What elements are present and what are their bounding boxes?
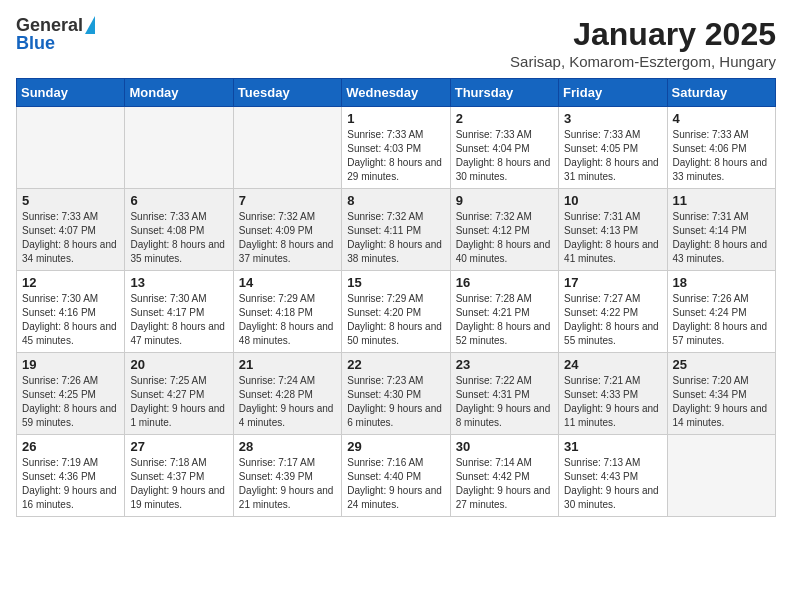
calendar-week-row: 26Sunrise: 7:19 AM Sunset: 4:36 PM Dayli… <box>17 435 776 517</box>
cell-details: Sunrise: 7:31 AM Sunset: 4:14 PM Dayligh… <box>673 210 770 266</box>
calendar-cell: 23Sunrise: 7:22 AM Sunset: 4:31 PM Dayli… <box>450 353 558 435</box>
calendar-cell: 16Sunrise: 7:28 AM Sunset: 4:21 PM Dayli… <box>450 271 558 353</box>
header-friday: Friday <box>559 79 667 107</box>
calendar-cell: 11Sunrise: 7:31 AM Sunset: 4:14 PM Dayli… <box>667 189 775 271</box>
header-monday: Monday <box>125 79 233 107</box>
day-number: 8 <box>347 193 444 208</box>
page-header: General Blue January 2025 Sarisap, Komar… <box>16 16 776 70</box>
day-number: 23 <box>456 357 553 372</box>
cell-details: Sunrise: 7:33 AM Sunset: 4:05 PM Dayligh… <box>564 128 661 184</box>
day-number: 7 <box>239 193 336 208</box>
cell-details: Sunrise: 7:14 AM Sunset: 4:42 PM Dayligh… <box>456 456 553 512</box>
cell-details: Sunrise: 7:26 AM Sunset: 4:25 PM Dayligh… <box>22 374 119 430</box>
calendar-table: SundayMondayTuesdayWednesdayThursdayFrid… <box>16 78 776 517</box>
cell-details: Sunrise: 7:33 AM Sunset: 4:07 PM Dayligh… <box>22 210 119 266</box>
calendar-cell: 14Sunrise: 7:29 AM Sunset: 4:18 PM Dayli… <box>233 271 341 353</box>
calendar-cell: 3Sunrise: 7:33 AM Sunset: 4:05 PM Daylig… <box>559 107 667 189</box>
calendar-cell: 1Sunrise: 7:33 AM Sunset: 4:03 PM Daylig… <box>342 107 450 189</box>
day-number: 28 <box>239 439 336 454</box>
day-number: 3 <box>564 111 661 126</box>
day-number: 19 <box>22 357 119 372</box>
calendar-cell: 20Sunrise: 7:25 AM Sunset: 4:27 PM Dayli… <box>125 353 233 435</box>
day-number: 20 <box>130 357 227 372</box>
calendar-cell: 13Sunrise: 7:30 AM Sunset: 4:17 PM Dayli… <box>125 271 233 353</box>
calendar-cell: 8Sunrise: 7:32 AM Sunset: 4:11 PM Daylig… <box>342 189 450 271</box>
cell-details: Sunrise: 7:33 AM Sunset: 4:04 PM Dayligh… <box>456 128 553 184</box>
logo-triangle-icon <box>85 16 95 34</box>
day-number: 31 <box>564 439 661 454</box>
calendar-cell: 12Sunrise: 7:30 AM Sunset: 4:16 PM Dayli… <box>17 271 125 353</box>
header-wednesday: Wednesday <box>342 79 450 107</box>
cell-details: Sunrise: 7:31 AM Sunset: 4:13 PM Dayligh… <box>564 210 661 266</box>
day-number: 11 <box>673 193 770 208</box>
day-number: 2 <box>456 111 553 126</box>
cell-details: Sunrise: 7:33 AM Sunset: 4:03 PM Dayligh… <box>347 128 444 184</box>
calendar-cell: 6Sunrise: 7:33 AM Sunset: 4:08 PM Daylig… <box>125 189 233 271</box>
calendar-cell: 29Sunrise: 7:16 AM Sunset: 4:40 PM Dayli… <box>342 435 450 517</box>
day-number: 17 <box>564 275 661 290</box>
day-number: 5 <box>22 193 119 208</box>
day-number: 1 <box>347 111 444 126</box>
day-number: 25 <box>673 357 770 372</box>
day-number: 21 <box>239 357 336 372</box>
header-sunday: Sunday <box>17 79 125 107</box>
calendar-week-row: 1Sunrise: 7:33 AM Sunset: 4:03 PM Daylig… <box>17 107 776 189</box>
day-number: 12 <box>22 275 119 290</box>
calendar-week-row: 12Sunrise: 7:30 AM Sunset: 4:16 PM Dayli… <box>17 271 776 353</box>
cell-details: Sunrise: 7:27 AM Sunset: 4:22 PM Dayligh… <box>564 292 661 348</box>
calendar-cell: 26Sunrise: 7:19 AM Sunset: 4:36 PM Dayli… <box>17 435 125 517</box>
cell-details: Sunrise: 7:33 AM Sunset: 4:08 PM Dayligh… <box>130 210 227 266</box>
location-subtitle: Sarisap, Komarom-Esztergom, Hungary <box>510 53 776 70</box>
day-number: 14 <box>239 275 336 290</box>
day-number: 9 <box>456 193 553 208</box>
header-tuesday: Tuesday <box>233 79 341 107</box>
logo: General Blue <box>16 16 95 52</box>
day-number: 29 <box>347 439 444 454</box>
cell-details: Sunrise: 7:21 AM Sunset: 4:33 PM Dayligh… <box>564 374 661 430</box>
day-number: 24 <box>564 357 661 372</box>
cell-details: Sunrise: 7:25 AM Sunset: 4:27 PM Dayligh… <box>130 374 227 430</box>
month-title: January 2025 <box>510 16 776 53</box>
header-thursday: Thursday <box>450 79 558 107</box>
day-number: 18 <box>673 275 770 290</box>
cell-details: Sunrise: 7:23 AM Sunset: 4:30 PM Dayligh… <box>347 374 444 430</box>
calendar-cell: 2Sunrise: 7:33 AM Sunset: 4:04 PM Daylig… <box>450 107 558 189</box>
cell-details: Sunrise: 7:30 AM Sunset: 4:16 PM Dayligh… <box>22 292 119 348</box>
calendar-cell: 19Sunrise: 7:26 AM Sunset: 4:25 PM Dayli… <box>17 353 125 435</box>
calendar-week-row: 19Sunrise: 7:26 AM Sunset: 4:25 PM Dayli… <box>17 353 776 435</box>
title-block: January 2025 Sarisap, Komarom-Esztergom,… <box>510 16 776 70</box>
calendar-cell: 25Sunrise: 7:20 AM Sunset: 4:34 PM Dayli… <box>667 353 775 435</box>
cell-details: Sunrise: 7:29 AM Sunset: 4:18 PM Dayligh… <box>239 292 336 348</box>
cell-details: Sunrise: 7:18 AM Sunset: 4:37 PM Dayligh… <box>130 456 227 512</box>
day-number: 10 <box>564 193 661 208</box>
calendar-cell <box>233 107 341 189</box>
calendar-cell <box>17 107 125 189</box>
calendar-cell: 30Sunrise: 7:14 AM Sunset: 4:42 PM Dayli… <box>450 435 558 517</box>
calendar-cell: 24Sunrise: 7:21 AM Sunset: 4:33 PM Dayli… <box>559 353 667 435</box>
calendar-cell: 10Sunrise: 7:31 AM Sunset: 4:13 PM Dayli… <box>559 189 667 271</box>
calendar-cell: 15Sunrise: 7:29 AM Sunset: 4:20 PM Dayli… <box>342 271 450 353</box>
day-number: 16 <box>456 275 553 290</box>
calendar-cell: 21Sunrise: 7:24 AM Sunset: 4:28 PM Dayli… <box>233 353 341 435</box>
cell-details: Sunrise: 7:16 AM Sunset: 4:40 PM Dayligh… <box>347 456 444 512</box>
calendar-cell: 17Sunrise: 7:27 AM Sunset: 4:22 PM Dayli… <box>559 271 667 353</box>
cell-details: Sunrise: 7:24 AM Sunset: 4:28 PM Dayligh… <box>239 374 336 430</box>
day-number: 15 <box>347 275 444 290</box>
day-number: 27 <box>130 439 227 454</box>
cell-details: Sunrise: 7:26 AM Sunset: 4:24 PM Dayligh… <box>673 292 770 348</box>
calendar-cell: 18Sunrise: 7:26 AM Sunset: 4:24 PM Dayli… <box>667 271 775 353</box>
calendar-cell: 22Sunrise: 7:23 AM Sunset: 4:30 PM Dayli… <box>342 353 450 435</box>
day-number: 4 <box>673 111 770 126</box>
day-number: 30 <box>456 439 553 454</box>
cell-details: Sunrise: 7:32 AM Sunset: 4:09 PM Dayligh… <box>239 210 336 266</box>
cell-details: Sunrise: 7:33 AM Sunset: 4:06 PM Dayligh… <box>673 128 770 184</box>
calendar-cell: 7Sunrise: 7:32 AM Sunset: 4:09 PM Daylig… <box>233 189 341 271</box>
calendar-cell: 4Sunrise: 7:33 AM Sunset: 4:06 PM Daylig… <box>667 107 775 189</box>
cell-details: Sunrise: 7:13 AM Sunset: 4:43 PM Dayligh… <box>564 456 661 512</box>
calendar-week-row: 5Sunrise: 7:33 AM Sunset: 4:07 PM Daylig… <box>17 189 776 271</box>
calendar-cell: 5Sunrise: 7:33 AM Sunset: 4:07 PM Daylig… <box>17 189 125 271</box>
calendar-cell: 9Sunrise: 7:32 AM Sunset: 4:12 PM Daylig… <box>450 189 558 271</box>
cell-details: Sunrise: 7:17 AM Sunset: 4:39 PM Dayligh… <box>239 456 336 512</box>
calendar-header-row: SundayMondayTuesdayWednesdayThursdayFrid… <box>17 79 776 107</box>
cell-details: Sunrise: 7:28 AM Sunset: 4:21 PM Dayligh… <box>456 292 553 348</box>
